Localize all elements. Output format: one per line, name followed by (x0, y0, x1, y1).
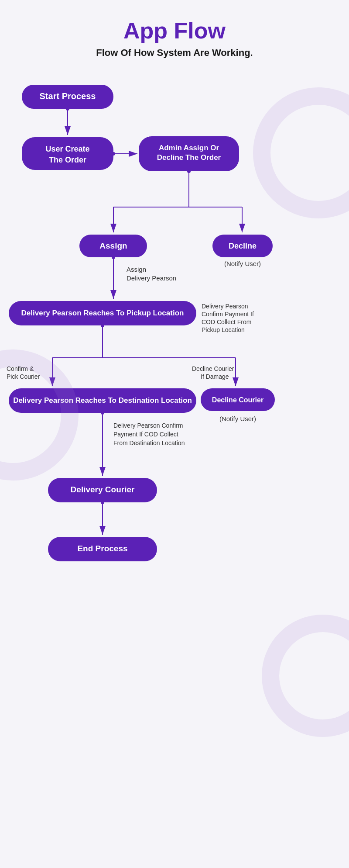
svg-text:Pick Courier: Pick Courier (7, 373, 40, 380)
svg-text:Decline Courier: Decline Courier (212, 396, 263, 404)
svg-text:Delivery Courier: Delivery Courier (71, 485, 135, 494)
svg-point-4 (66, 107, 69, 111)
svg-point-34 (101, 324, 104, 327)
svg-text:(Notify User): (Notify User) (224, 260, 261, 267)
svg-text:End Process: End Process (77, 544, 127, 553)
svg-text:Delivery Pearson: Delivery Pearson (127, 274, 176, 282)
svg-point-23 (112, 256, 115, 259)
svg-text:The Order: The Order (49, 156, 86, 164)
svg-text:Assign: Assign (99, 241, 127, 250)
svg-text:If Damage: If Damage (201, 373, 229, 380)
svg-rect-5 (22, 137, 113, 170)
svg-point-13 (187, 169, 191, 173)
svg-text:(Notify User): (Notify User) (219, 415, 256, 422)
svg-text:Payment If COD Collect: Payment If COD Collect (113, 431, 178, 438)
subtitle: Flow Of How System Are Working. (0, 47, 349, 59)
svg-text:Decline The Order: Decline The Order (157, 153, 221, 162)
page-container: App Flow Flow Of How System Are Working.… (0, 0, 349, 868)
svg-text:Delivery Pearson: Delivery Pearson (202, 303, 248, 310)
svg-text:Decline Courier: Decline Courier (192, 365, 234, 372)
svg-text:Confirm &: Confirm & (7, 365, 34, 372)
header: App Flow Flow Of How System Are Working. (0, 17, 349, 59)
svg-text:COD Collect From: COD Collect From (202, 318, 251, 325)
svg-text:Assign: Assign (127, 266, 146, 273)
svg-text:User Create: User Create (45, 145, 89, 153)
svg-text:Delivery Pearson Confirm: Delivery Pearson Confirm (113, 422, 183, 429)
svg-text:Decline: Decline (229, 242, 257, 250)
svg-text:Pickup Location: Pickup Location (202, 326, 245, 333)
svg-point-56 (101, 501, 104, 504)
svg-point-8 (112, 152, 115, 156)
svg-text:Confirm Payment If: Confirm Payment If (202, 311, 254, 318)
app-title: App Flow (0, 17, 349, 44)
svg-text:Admin Assign Or: Admin Assign Or (159, 144, 219, 152)
svg-point-48 (101, 411, 104, 415)
svg-text:Delivery Pearson Reaches To Pi: Delivery Pearson Reaches To Pickup Locat… (21, 309, 184, 317)
svg-text:Start Process: Start Process (40, 91, 96, 101)
svg-text:From Destination Location: From Destination Location (113, 439, 185, 446)
flow-diagram: Start Process User Create The Order Admi… (0, 72, 349, 836)
svg-text:Delivery Pearson Reaches To De: Delivery Pearson Reaches To Destination … (13, 396, 192, 405)
